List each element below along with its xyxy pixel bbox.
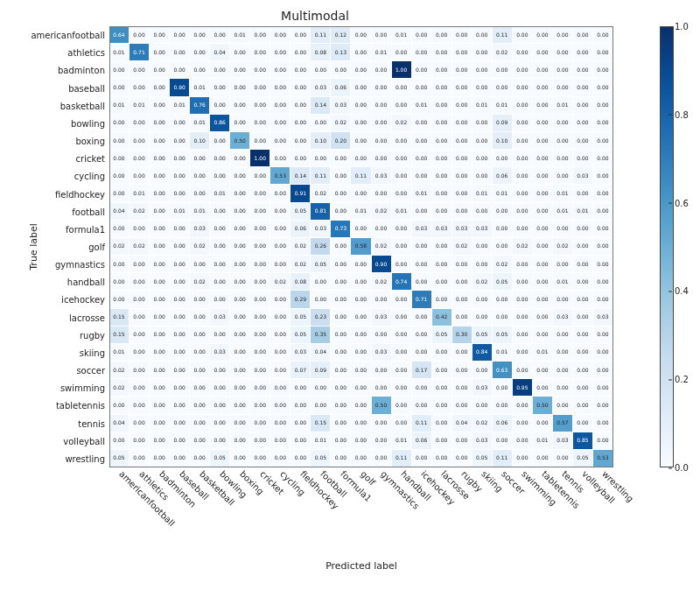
y-tick-label: wrestling xyxy=(65,453,105,463)
heatmap-cell: 0.00 xyxy=(170,415,190,432)
heatmap-cell: 0.53 xyxy=(270,167,290,185)
heatmap-cell: 0.04 xyxy=(452,415,472,432)
heatmap-cell: 0.01 xyxy=(412,185,432,202)
heatmap-cell: 0.00 xyxy=(290,79,311,96)
y-tick-label: badminton xyxy=(58,66,105,75)
heatmap-cell: 0.00 xyxy=(130,450,150,467)
heatmap-cell: 0.00 xyxy=(513,309,533,327)
heatmap-cell: 0.00 xyxy=(210,132,230,150)
heatmap-cell: 0.00 xyxy=(210,221,230,238)
heatmap-cell: 0.00 xyxy=(130,150,150,167)
heatmap-cell: 0.02 xyxy=(290,238,311,256)
heatmap-cell: 0.01 xyxy=(533,344,553,362)
heatmap-cell: 0.00 xyxy=(593,132,613,150)
heatmap-cell: 0.00 xyxy=(573,415,593,432)
heatmap-cell: 0.05 xyxy=(311,256,331,273)
heatmap-cell: 0.00 xyxy=(452,61,472,79)
heatmap-cell: 0.11 xyxy=(311,167,331,185)
x-tick-labels: americanfootballathleticsbadmintonbaseba… xyxy=(109,468,613,556)
heatmap-cell: 0.00 xyxy=(230,379,250,397)
heatmap-cell: 0.00 xyxy=(250,273,270,291)
y-tick-label: tennis xyxy=(78,418,105,428)
heatmap-cell: 0.30 xyxy=(452,327,472,344)
heatmap-cell: 0.00 xyxy=(372,61,392,79)
heatmap-cell: 0.00 xyxy=(593,61,613,79)
heatmap-cell: 0.00 xyxy=(190,256,210,273)
heatmap-cell: 0.00 xyxy=(553,167,573,185)
heatmap-cell: 0.00 xyxy=(210,291,230,308)
heatmap-cell: 0.00 xyxy=(553,44,573,61)
heatmap-cell: 0.00 xyxy=(432,397,452,414)
colorbar-tick: 0.6 xyxy=(675,198,689,207)
heatmap-cell: 0.00 xyxy=(493,203,513,221)
heatmap-cell: 0.00 xyxy=(493,309,513,327)
heatmap-cell: 0.00 xyxy=(533,291,553,308)
heatmap-cell: 0.01 xyxy=(533,432,553,450)
heatmap-cell: 0.01 xyxy=(170,97,190,115)
heatmap-cell: 0.00 xyxy=(230,203,250,221)
heatmap-cell: 0.00 xyxy=(593,344,613,362)
heatmap-cell: 0.00 xyxy=(432,44,452,61)
heatmap-cell: 0.00 xyxy=(230,238,250,256)
y-tick-label: soccer xyxy=(76,366,105,376)
heatmap-cell: 0.00 xyxy=(573,309,593,327)
heatmap-cell: 0.00 xyxy=(593,291,613,308)
heatmap-cell: 0.00 xyxy=(573,132,593,150)
heatmap-cell: 0.00 xyxy=(533,115,553,132)
y-tick-label: basketball xyxy=(60,101,105,110)
heatmap-cell: 0.00 xyxy=(250,379,270,397)
heatmap-cell: 0.00 xyxy=(533,167,553,185)
heatmap-cell: 0.05 xyxy=(472,327,493,344)
heatmap-cell: 0.53 xyxy=(593,450,613,467)
heatmap-cell: 0.12 xyxy=(331,26,351,44)
heatmap-cell: 0.00 xyxy=(513,291,533,308)
heatmap-cell: 0.00 xyxy=(250,44,270,61)
heatmap-cell: 0.02 xyxy=(109,238,130,256)
heatmap-cell: 0.00 xyxy=(270,344,290,362)
heatmap-cell: 0.00 xyxy=(331,397,351,414)
heatmap-cell: 0.00 xyxy=(472,291,493,308)
heatmap-cell: 0.64 xyxy=(109,26,130,44)
heatmap-cell: 0.00 xyxy=(150,397,170,414)
heatmap-cell: 0.00 xyxy=(553,362,573,379)
heatmap-cell: 0.03 xyxy=(331,97,351,115)
heatmap-cell: 0.00 xyxy=(573,238,593,256)
heatmap-cell: 0.00 xyxy=(210,415,230,432)
heatmap-cell: 0.00 xyxy=(412,379,432,397)
colorbar xyxy=(660,26,674,467)
heatmap-cell: 0.00 xyxy=(432,238,452,256)
heatmap-cell: 0.07 xyxy=(290,362,311,379)
heatmap-cell: 0.00 xyxy=(290,132,311,150)
heatmap-cell: 0.00 xyxy=(351,379,371,397)
heatmap-cell: 0.00 xyxy=(210,327,230,344)
heatmap: 0.640.000.000.000.000.000.010.000.000.00… xyxy=(109,26,613,467)
y-tick-label: gymnastics xyxy=(55,260,105,270)
heatmap-cell: 0.00 xyxy=(513,203,533,221)
heatmap-cell: 0.00 xyxy=(392,309,412,327)
heatmap-cell: 0.05 xyxy=(573,450,593,467)
heatmap-cell: 0.00 xyxy=(452,185,472,202)
heatmap-cell: 0.00 xyxy=(472,203,493,221)
heatmap-cell: 0.00 xyxy=(250,132,270,150)
heatmap-cell: 0.00 xyxy=(210,379,230,397)
heatmap-cell: 0.02 xyxy=(452,238,472,256)
heatmap-cell: 0.00 xyxy=(513,44,533,61)
heatmap-cell: 0.00 xyxy=(351,115,371,132)
heatmap-cell: 0.00 xyxy=(331,167,351,185)
heatmap-cell: 0.00 xyxy=(150,221,170,238)
heatmap-cell: 0.00 xyxy=(392,167,412,185)
y-tick-label: americanfootball xyxy=(31,31,105,40)
heatmap-cell: 0.00 xyxy=(270,150,290,167)
heatmap-cell: 0.02 xyxy=(190,238,210,256)
heatmap-cell: 0.00 xyxy=(150,291,170,308)
heatmap-cell: 0.00 xyxy=(109,397,130,414)
figure: Multimodal 0.640.000.000.000.000.000.010… xyxy=(0,0,700,590)
heatmap-cell: 0.00 xyxy=(130,132,150,150)
heatmap-cell: 0.00 xyxy=(533,327,553,344)
heatmap-cell: 0.00 xyxy=(573,344,593,362)
heatmap-cell: 0.00 xyxy=(109,132,130,150)
heatmap-cell: 0.00 xyxy=(311,61,331,79)
heatmap-cell: 0.95 xyxy=(513,379,533,397)
heatmap-cell: 0.00 xyxy=(452,97,472,115)
heatmap-cell: 0.00 xyxy=(372,185,392,202)
